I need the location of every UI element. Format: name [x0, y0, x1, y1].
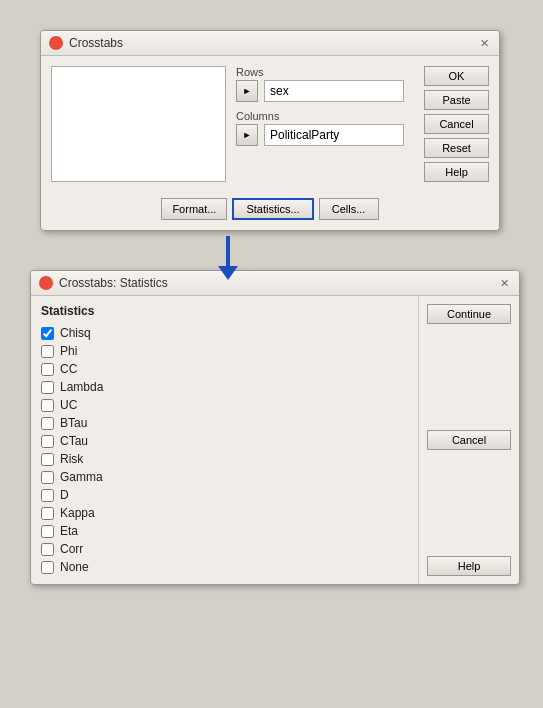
rows-input[interactable] [264, 80, 404, 102]
lambda-label: Lambda [60, 380, 103, 394]
d-label: D [60, 488, 69, 502]
rows-label: Rows [236, 66, 414, 78]
ctau-label: CTau [60, 434, 88, 448]
d-item: D [41, 486, 408, 504]
format-button[interactable]: Format... [161, 198, 227, 220]
statistics-title-bar: Crosstabs: Statistics ✕ [31, 271, 519, 296]
continue-button[interactable]: Continue [427, 304, 511, 324]
cc-label: CC [60, 362, 77, 376]
lambda-checkbox[interactable] [41, 381, 54, 394]
statistics-button[interactable]: Statistics... [232, 198, 313, 220]
arrow-indicator [218, 236, 238, 280]
app-icon [49, 36, 63, 50]
cc-checkbox[interactable] [41, 363, 54, 376]
corr-item: Corr [41, 540, 408, 558]
statistics-title: Crosstabs: Statistics [59, 276, 168, 290]
paste-button[interactable]: Paste [424, 90, 489, 110]
gamma-label: Gamma [60, 470, 103, 484]
none-label: None [60, 560, 89, 574]
uc-checkbox[interactable] [41, 399, 54, 412]
fields-panel: Rows ► Columns ► [236, 66, 414, 182]
checkboxes-panel: Statistics Chisq Phi CC Lambda UC [31, 296, 419, 584]
arrow-shaft [226, 236, 230, 266]
d-checkbox[interactable] [41, 489, 54, 502]
cancel-button[interactable]: Cancel [424, 114, 489, 134]
stats-action-buttons: Continue Cancel Help [419, 296, 519, 584]
lambda-item: Lambda [41, 378, 408, 396]
eta-item: Eta [41, 522, 408, 540]
arrow-head [218, 266, 238, 280]
crosstabs-title: Crosstabs [69, 36, 123, 50]
eta-label: Eta [60, 524, 78, 538]
corr-checkbox[interactable] [41, 543, 54, 556]
ok-button[interactable]: OK [424, 66, 489, 86]
rows-arrow-button[interactable]: ► [236, 80, 258, 102]
kappa-checkbox[interactable] [41, 507, 54, 520]
bottom-buttons-bar: Format... Statistics... Cells... [41, 192, 499, 230]
btau-label: BTau [60, 416, 87, 430]
kappa-label: Kappa [60, 506, 95, 520]
risk-checkbox[interactable] [41, 453, 54, 466]
stats-help-button[interactable]: Help [427, 556, 511, 576]
gamma-checkbox[interactable] [41, 471, 54, 484]
columns-input[interactable] [264, 124, 404, 146]
action-buttons: OK Paste Cancel Reset Help [424, 66, 489, 182]
chisq-label: Chisq [60, 326, 91, 340]
phi-label: Phi [60, 344, 77, 358]
crosstabs-title-bar: Crosstabs ✕ [41, 31, 499, 56]
stats-app-icon [39, 276, 53, 290]
ctau-checkbox[interactable] [41, 435, 54, 448]
ctau-item: CTau [41, 432, 408, 450]
kappa-item: Kappa [41, 504, 408, 522]
stats-close-button[interactable]: ✕ [498, 277, 511, 290]
phi-item: Phi [41, 342, 408, 360]
phi-checkbox[interactable] [41, 345, 54, 358]
chisq-item: Chisq [41, 324, 408, 342]
none-checkbox[interactable] [41, 561, 54, 574]
uc-item: UC [41, 396, 408, 414]
reset-button[interactable]: Reset [424, 138, 489, 158]
close-button[interactable]: ✕ [478, 37, 491, 50]
statistics-content: Statistics Chisq Phi CC Lambda UC [31, 296, 519, 584]
columns-label: Columns [236, 110, 414, 122]
cells-button[interactable]: Cells... [319, 198, 379, 220]
risk-item: Risk [41, 450, 408, 468]
variable-list-panel [51, 66, 226, 182]
corr-label: Corr [60, 542, 83, 556]
cc-item: CC [41, 360, 408, 378]
btau-item: BTau [41, 414, 408, 432]
stats-cancel-button[interactable]: Cancel [427, 430, 511, 450]
chisq-checkbox[interactable] [41, 327, 54, 340]
statistics-section-label: Statistics [41, 304, 408, 318]
help-button[interactable]: Help [424, 162, 489, 182]
crosstabs-window: Crosstabs ✕ Rows ► Columns ► OK [40, 30, 500, 231]
eta-checkbox[interactable] [41, 525, 54, 538]
btau-checkbox[interactable] [41, 417, 54, 430]
uc-label: UC [60, 398, 77, 412]
gamma-item: Gamma [41, 468, 408, 486]
none-item: None [41, 558, 408, 576]
risk-label: Risk [60, 452, 83, 466]
statistics-window: Crosstabs: Statistics ✕ Statistics Chisq… [30, 270, 520, 585]
columns-arrow-button[interactable]: ► [236, 124, 258, 146]
